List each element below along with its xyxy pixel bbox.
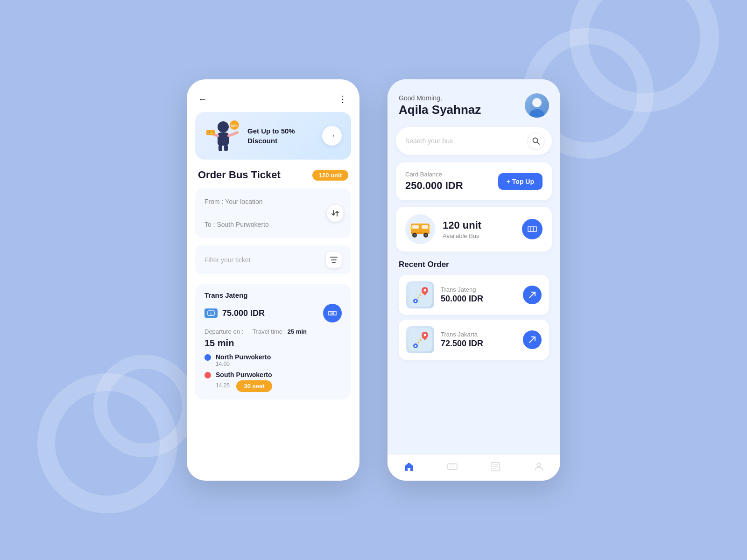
- ticket-price-left: $ 75.000 IDR: [204, 308, 265, 318]
- ticket-result-card: Trans Jateng $ 75.000 IDR: [195, 284, 351, 399]
- promo-illustration: 50% 🎫: [204, 119, 242, 152]
- svg-text:$: $: [210, 312, 212, 315]
- order-price-1: 50.000 IDR: [441, 294, 516, 304]
- avatar-svg: [527, 95, 547, 118]
- ticket-price-row: $ 75.000 IDR: [204, 304, 342, 322]
- svg-point-24: [425, 234, 427, 237]
- stop-dot-to: [204, 372, 211, 378]
- svg-point-14: [529, 109, 544, 118]
- filter-icon: [330, 257, 338, 263]
- seat-count-badge: 30 seat: [236, 380, 272, 392]
- phone2-header: Good Morning, Aqila Syahnaz: [388, 79, 560, 127]
- phone1-header: ← ⋮: [187, 89, 359, 112]
- stop-info-to: South Purwokerto 14.25 30 seat: [216, 371, 272, 392]
- order-info-1: Trans Jateng 50.000 IDR: [441, 286, 516, 304]
- order-card-2[interactable]: Trans Jakarta 72.500 IDR: [399, 320, 549, 360]
- bus-availability-card: 120 unit Available Bus: [396, 207, 552, 252]
- stop-name-to: South Purwokerto: [216, 371, 272, 378]
- book-ticket-button[interactable]: [323, 304, 342, 322]
- ticket-icon: [328, 309, 337, 317]
- route-stops: North Purwokerto 14.00 South Purwokerto …: [204, 353, 342, 392]
- svg-rect-25: [410, 227, 412, 229]
- order-navigate-button-1[interactable]: [523, 286, 542, 304]
- svg-point-12: [332, 313, 333, 314]
- promo-banner: 50% 🎫 Get Up to 50% Discount →: [195, 112, 351, 160]
- user-avatar[interactable]: [525, 93, 549, 118]
- svg-rect-5: [224, 145, 228, 151]
- bus-svg-icon: [409, 221, 431, 238]
- recent-orders-section: Recent Order: [388, 258, 560, 370]
- svg-rect-18: [412, 225, 419, 229]
- svg-rect-39: [448, 464, 457, 469]
- money-svg: $: [207, 310, 215, 316]
- bg-decoration-4: [93, 355, 196, 457]
- order-company-1: Trans Jateng: [441, 286, 516, 293]
- profile-icon: [533, 461, 544, 472]
- ticket-company-name: Trans Jateng: [204, 291, 342, 299]
- topup-button[interactable]: + Top Up: [498, 173, 543, 190]
- unit-count-badge: 120 unit: [312, 170, 348, 181]
- svg-point-46: [537, 463, 541, 467]
- nav-item-ticket[interactable]: [447, 461, 458, 472]
- order-navigate-button-2[interactable]: [523, 330, 542, 349]
- back-button[interactable]: ←: [198, 94, 207, 105]
- navigate-icon-2: [529, 336, 536, 343]
- route-map-svg-2: [409, 328, 432, 351]
- swap-locations-button[interactable]: [327, 205, 344, 222]
- svg-rect-19: [422, 225, 428, 229]
- filter-placeholder: Filter your ticket: [204, 256, 251, 264]
- order-price-2: 72.500 IDR: [441, 339, 516, 349]
- phones-container: ← ⋮: [187, 79, 560, 481]
- search-icon: [532, 137, 540, 145]
- more-menu-button[interactable]: ⋮: [338, 93, 348, 105]
- navigate-icon-1: [529, 291, 536, 299]
- nav-item-home[interactable]: [403, 461, 415, 472]
- view-tickets-button[interactable]: [522, 219, 543, 239]
- stop-time-from: 14.00: [216, 361, 271, 367]
- filter-button[interactable]: [326, 252, 342, 268]
- nav-item-profile[interactable]: [533, 461, 544, 472]
- ticket-time-info: Departure on : Travel time : 25 min: [204, 328, 342, 335]
- history-icon: [490, 461, 501, 472]
- order-info-2: Trans Jakarta 72.500 IDR: [441, 331, 516, 349]
- bus-unit-info: 120 unit Available Bus: [443, 219, 481, 239]
- filter-row: Filter your ticket: [195, 245, 351, 274]
- order-map-thumb-1: [406, 281, 434, 308]
- greeting-text: Good Morning,: [399, 94, 481, 102]
- svg-point-32: [415, 300, 416, 302]
- swap-icon: [331, 209, 339, 217]
- order-section-title: Order Bus Ticket: [198, 169, 281, 181]
- bus-icon-circle: [405, 214, 435, 244]
- svg-rect-1: [218, 133, 229, 146]
- recent-orders-title: Recent Order: [399, 260, 549, 269]
- tickets-icon: [527, 225, 537, 233]
- promo-arrow-button[interactable]: →: [322, 126, 342, 146]
- stop-time-to: 14.25: [216, 382, 230, 389]
- travel-time: Travel time : 25 min: [253, 328, 307, 335]
- search-placeholder-text: Search your bus: [405, 137, 453, 145]
- depart-time-value: 15 min: [204, 338, 342, 349]
- location-fields-container: From : Your location To : South Purwoker…: [195, 189, 351, 238]
- ticket-nav-icon: [447, 461, 458, 472]
- stop-dot-from: [204, 354, 211, 361]
- stop-to: South Purwokerto 14.25 30 seat: [204, 371, 342, 392]
- search-button[interactable]: [528, 133, 544, 149]
- ticket-price-value: 75.000 IDR: [222, 308, 265, 318]
- order-company-2: Trans Jakarta: [441, 331, 516, 338]
- arrow-right-icon: →: [328, 132, 336, 140]
- bottom-navigation: [388, 454, 560, 481]
- route-map-svg-1: [409, 283, 432, 307]
- promo-text: Get Up to 50% Discount: [247, 126, 317, 146]
- svg-rect-4: [218, 145, 222, 151]
- home-icon: [403, 461, 415, 472]
- balance-info: Card Balance 250.000 IDR: [405, 171, 463, 192]
- money-icon: $: [204, 308, 218, 318]
- promo-person-svg: 50% 🎫: [204, 119, 242, 152]
- svg-point-0: [218, 121, 229, 133]
- svg-point-37: [415, 345, 416, 347]
- stop-name-from: North Purwokerto: [216, 353, 271, 361]
- search-bar: Search your bus: [396, 127, 552, 155]
- order-card-1[interactable]: Trans Jateng 50.000 IDR: [399, 275, 549, 315]
- nav-item-history[interactable]: [490, 461, 501, 472]
- departure-label: Departure on :: [204, 328, 243, 335]
